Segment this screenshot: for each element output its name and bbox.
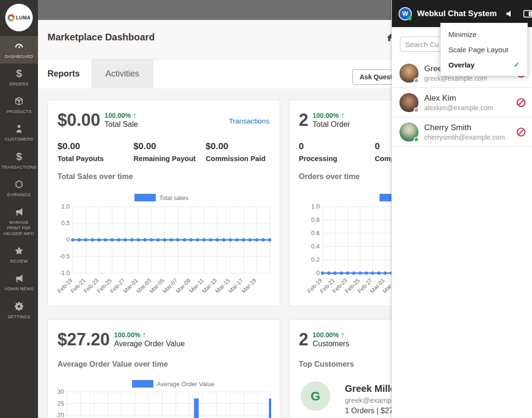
sidebar-item-admin-news[interactable]: ADMIN NEWS	[0, 268, 38, 296]
aov-chart: Average Order Value302520	[57, 377, 271, 418]
sidebar-item-dashboard[interactable]: DASHBOARD	[0, 36, 38, 64]
dashboard-gauge-icon	[13, 40, 25, 52]
online-status-dot	[408, 16, 412, 20]
svg-text:0.4: 0.4	[311, 243, 320, 250]
webkul-logo-icon: W	[399, 7, 412, 20]
sidebar-item-earnings[interactable]: EARNINGS	[0, 174, 38, 202]
aov-value: $27.20	[57, 330, 110, 349]
svg-text:25: 25	[57, 400, 64, 407]
sidebar-item-label: ORDERS	[10, 81, 28, 87]
sidebar-item-label: REVIEW	[10, 258, 28, 264]
store-logo[interactable]: LUMA	[0, 0, 38, 36]
page-title: Marketplace Dashboard	[48, 32, 155, 43]
blocked-icon[interactable]	[516, 97, 526, 108]
contact-avatar	[399, 93, 418, 112]
sales-chart-title: Total Sales over time	[57, 172, 133, 181]
svg-text:1.0: 1.0	[311, 203, 320, 210]
tab-activities[interactable]: Activities	[91, 59, 153, 88]
svg-text:1.0: 1.0	[61, 203, 70, 210]
sidebar-item-settings[interactable]: SETTINGS	[0, 296, 38, 324]
svg-text:0.8: 0.8	[311, 216, 320, 223]
top-customers-title: Top Customers	[299, 360, 354, 369]
box-icon	[13, 95, 25, 107]
up-arrow-icon: ↑	[341, 111, 344, 119]
tab-reports[interactable]: Reports	[38, 59, 91, 88]
svg-text:20: 20	[57, 411, 64, 418]
layout-panel-icon[interactable]	[522, 9, 532, 19]
sidebar-item-label: CUSTOMERS	[5, 136, 33, 142]
total-sale-card: $0.00 100.00% ↑ Total Sale Transactions …	[48, 100, 280, 306]
sidebar-item-customers[interactable]: CUSTOMERS	[0, 119, 38, 146]
app-root: LUMA DASHBOARD$ORDERSPRODUCTSCUSTOMERS$T…	[0, 0, 532, 418]
menu-item-minimize[interactable]: Minimize	[441, 27, 527, 42]
total-sale-delta: 100.00% ↑	[104, 111, 138, 120]
orders-chart-title: Orders over time	[299, 172, 360, 181]
chat-options-menu: MinimizeScale Page LayoutOverlay✓	[440, 23, 528, 76]
dollar-icon: $	[13, 68, 25, 79]
svg-text:Mar-19: Mar-19	[240, 277, 258, 294]
status-dot-offline	[414, 78, 419, 83]
svg-text:Mar-09: Mar-09	[174, 277, 192, 294]
chat-contact-alex-kim[interactable]: Alex Kimalexkim@example.com	[392, 88, 532, 117]
total-order-label: Total Order	[313, 120, 350, 129]
contact-email: alexkim@example.com	[424, 104, 516, 112]
sound-icon[interactable]	[504, 9, 515, 19]
stat-value: $0.00	[133, 141, 206, 152]
luma-logo-icon	[8, 14, 15, 21]
menu-item-label: Scale Page Layout	[448, 46, 508, 54]
svg-text:0.6: 0.6	[311, 229, 320, 237]
sidebar-item-label: SETTINGS	[8, 314, 30, 320]
sidebar-item-orders[interactable]: $ORDERS	[0, 64, 38, 91]
total-sales-chart: Total sales1.00.50-0.5-1.0Feb-19Feb-21Fe…	[57, 190, 271, 304]
contact-name: Cherry Smith	[424, 123, 516, 133]
sidebar-item-transactions[interactable]: $TRANSACTIONS	[0, 147, 38, 174]
check-icon: ✓	[513, 60, 520, 69]
total-order-value: 2	[299, 111, 308, 130]
sidebar-item-review[interactable]: REVIEW	[0, 241, 38, 268]
megaphone-icon	[13, 273, 25, 284]
stat-label: Remaining Payout	[133, 154, 206, 162]
svg-text:-1.0: -1.0	[59, 269, 70, 276]
customers-delta: 100.00% ↑	[313, 331, 349, 339]
star-icon	[13, 245, 25, 256]
total-sale-value: $0.00	[57, 111, 100, 130]
sidebar-item-manage-print-pdf-header-info[interactable]: MANAGE PRINT PDF HEADER INFO	[0, 202, 38, 241]
status-dot-online	[414, 137, 419, 142]
luma-logo: LUMA	[5, 4, 33, 31]
sidebar-item-label: ADMIN NEWS	[4, 286, 34, 292]
total-order-delta: 100.00% ↑	[313, 111, 350, 120]
svg-text:0: 0	[66, 236, 70, 243]
chat-contact-cherry-smith[interactable]: Cherry Smithcherrysmith@example.com	[392, 117, 532, 147]
sidebar-item-label: DASHBOARD	[5, 54, 33, 59]
svg-text:Total sales: Total sales	[159, 194, 189, 201]
aov-label: Average Order Value	[114, 340, 185, 348]
luma-logo-text: LUMA	[16, 15, 31, 20]
dollar-icon: $	[13, 151, 25, 162]
stat-processing: 0Processing	[299, 141, 375, 162]
stat-commission-paid: $0.00Commission Paid	[206, 141, 282, 162]
sidebar-item-products[interactable]: PRODUCTS	[0, 91, 38, 119]
stat-total-payouts: $0.00Total Payouts	[57, 141, 133, 162]
hexagon-icon	[13, 179, 25, 190]
transactions-link[interactable]: Transactions	[229, 117, 269, 125]
menu-item-scale-page-layout[interactable]: Scale Page Layout	[441, 42, 527, 57]
average-order-value-card: $27.20 100.00% ↑ Average Order Value Ave…	[48, 319, 280, 418]
contact-avatar	[399, 64, 418, 83]
contact-name: Alex Kim	[424, 94, 516, 103]
svg-text:0.5: 0.5	[61, 219, 70, 227]
svg-text:-0.5: -0.5	[59, 253, 70, 260]
menu-item-overlay[interactable]: Overlay✓	[441, 57, 527, 72]
admin-sidebar: LUMA DASHBOARD$ORDERSPRODUCTSCUSTOMERS$T…	[0, 0, 38, 418]
aov-chart-title: Average Order Value over time	[57, 360, 168, 369]
customers-label: Customers	[313, 340, 349, 348]
total-sale-label: Total Sale	[104, 120, 138, 129]
svg-text:30: 30	[57, 388, 64, 395]
sidebar-item-label: TRANSACTIONS	[1, 164, 37, 170]
contact-email: cherrysmith@example.com	[424, 133, 516, 141]
stat-label: Processing	[299, 154, 375, 162]
sidebar-item-label: MANAGE PRINT PDF HEADER INFO	[2, 219, 36, 237]
blocked-icon[interactable]	[516, 127, 526, 137]
gear-icon	[13, 301, 25, 312]
menu-item-label: Minimize	[448, 30, 476, 38]
stat-value: $0.00	[57, 141, 133, 152]
